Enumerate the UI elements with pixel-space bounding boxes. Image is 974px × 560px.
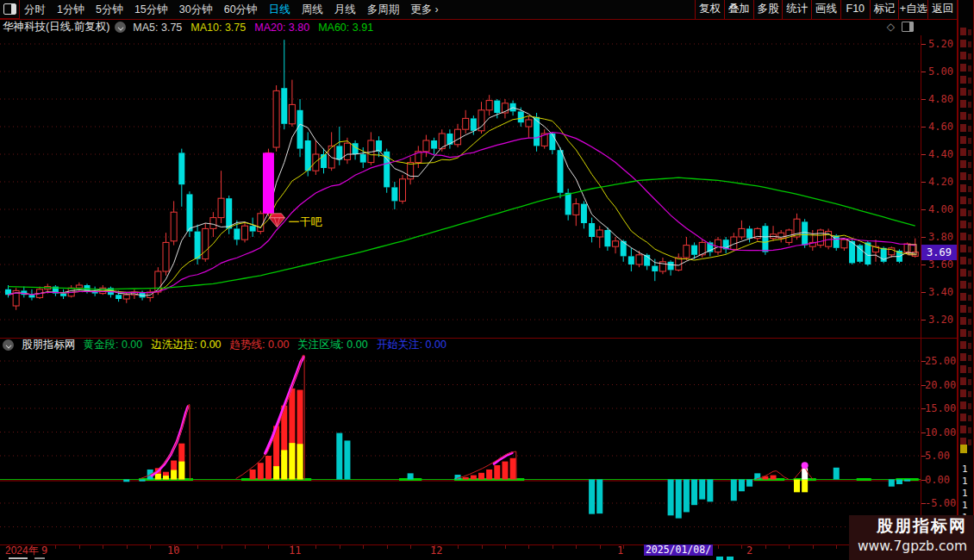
histogram-bar bbox=[668, 480, 674, 516]
toolbar-button-标记[interactable]: 标记 bbox=[870, 0, 899, 19]
clipped-histogram-bar bbox=[727, 557, 734, 560]
toolbar-button-画线[interactable]: 画线 bbox=[811, 0, 840, 19]
date-tick bbox=[340, 545, 340, 549]
diamond-icon[interactable]: ◇ bbox=[887, 21, 895, 33]
main-candlestick-chart[interactable]: 一干吧 bbox=[0, 35, 921, 338]
candle-down bbox=[195, 232, 201, 259]
candle-down bbox=[250, 226, 256, 231]
sidebar-glyph-fragment bbox=[968, 355, 971, 361]
histogram-bar bbox=[502, 462, 508, 480]
toolbar-button-F10[interactable]: F10 bbox=[840, 0, 870, 19]
histogram-bar bbox=[739, 480, 745, 492]
candle-down bbox=[565, 193, 571, 215]
histogram-bar bbox=[478, 473, 484, 480]
watermark-url: www.7gpzb.com bbox=[849, 538, 967, 555]
chevron-down-icon[interactable] bbox=[115, 22, 126, 33]
axis-tick bbox=[921, 154, 926, 155]
date-tick bbox=[718, 545, 719, 549]
tab-30分钟[interactable]: 30分钟 bbox=[179, 0, 213, 19]
toolbar-button-统计[interactable]: 统计 bbox=[782, 0, 811, 19]
toolbar-button-+自选[interactable]: +自选 bbox=[898, 0, 927, 19]
tab-月线[interactable]: 月线 bbox=[334, 0, 356, 19]
toolbar-buttons: 复权叠加多股统计画线F10标记+自选返回 bbox=[695, 0, 957, 19]
histogram-bar bbox=[746, 480, 752, 487]
sidebar-glyph-fragment bbox=[960, 196, 966, 204]
candle-up bbox=[463, 118, 469, 129]
candle-up bbox=[203, 228, 209, 258]
axis-tick bbox=[921, 237, 926, 238]
date-tick bbox=[315, 545, 316, 549]
date-tick bbox=[55, 545, 56, 549]
histogram-bar bbox=[265, 456, 272, 480]
price-axis-label: 5.00 bbox=[928, 65, 953, 78]
sidebar-glyph-fragment bbox=[968, 65, 971, 72]
sidebar-glyph-fragment bbox=[960, 100, 966, 108]
candle-up bbox=[76, 285, 82, 288]
candle-down bbox=[762, 226, 768, 252]
candle-up bbox=[218, 198, 224, 217]
sidebar-glyph-fragment bbox=[968, 222, 971, 228]
tab-1分钟[interactable]: 1分钟 bbox=[57, 0, 84, 19]
date-tick bbox=[505, 545, 506, 549]
sidebar-glyph-fragment bbox=[960, 317, 966, 325]
year-label: 2024年 bbox=[5, 545, 39, 556]
toolbar-button-复权[interactable]: 复权 bbox=[695, 0, 724, 19]
histogram-bar bbox=[802, 468, 808, 479]
date-tick bbox=[836, 545, 837, 549]
layout-toggle-button[interactable] bbox=[0, 0, 20, 19]
histogram-bar bbox=[123, 480, 129, 482]
candle-up bbox=[210, 218, 216, 229]
tdx-app-window: 分时1分钟5分钟15分钟30分钟60分钟日线周线月线多周期更多 › 复权叠加多股… bbox=[0, 0, 974, 560]
toolbar-button-返回[interactable]: 返回 bbox=[927, 0, 957, 19]
candle-up bbox=[526, 120, 532, 127]
price-axis-label: 3.20 bbox=[928, 314, 953, 326]
indicator-axis-label: 15.00 bbox=[925, 402, 956, 414]
candle-up bbox=[636, 255, 642, 264]
zero-highlight-segment bbox=[857, 478, 871, 481]
sidebar-glyph-fragment bbox=[960, 414, 966, 421]
histogram-bar bbox=[589, 480, 595, 514]
tab-更多 ›[interactable]: 更多 › bbox=[410, 0, 439, 19]
month-label: 11 bbox=[289, 545, 301, 556]
histogram-bar bbox=[834, 468, 840, 480]
candle-up bbox=[613, 241, 619, 246]
candle-down bbox=[494, 101, 500, 113]
toolbar-button-叠加[interactable]: 叠加 bbox=[724, 0, 753, 19]
tab-5分钟[interactable]: 5分钟 bbox=[96, 0, 123, 19]
sidebar-glyph-fragment bbox=[960, 124, 966, 132]
indicator-axis-label: 5.00 bbox=[925, 450, 950, 462]
candle-up bbox=[423, 140, 429, 152]
ma-legend-MA5: MA5: 3.75 bbox=[133, 22, 182, 34]
sidebar-glyph-fragment bbox=[960, 365, 966, 373]
tab-分时[interactable]: 分时 bbox=[24, 0, 46, 19]
tab-60分钟[interactable]: 60分钟 bbox=[224, 0, 258, 19]
date-tick bbox=[482, 545, 483, 549]
gem-icon bbox=[269, 214, 284, 218]
sidebar-glyph-fragment bbox=[960, 136, 966, 144]
toolbar-button-多股[interactable]: 多股 bbox=[753, 0, 783, 19]
sidebar-glyph-fragment bbox=[968, 319, 971, 325]
candle-up bbox=[400, 179, 406, 202]
candle-up bbox=[313, 154, 319, 171]
tab-多周期[interactable]: 多周期 bbox=[367, 0, 400, 19]
panel-layout-icon[interactable] bbox=[902, 22, 914, 32]
sidebar-glyph-fragment bbox=[960, 208, 966, 216]
sidebar-glyph-fragment bbox=[960, 341, 966, 349]
sidebar-glyph-fragment bbox=[968, 198, 971, 204]
tab-15分钟[interactable]: 15分钟 bbox=[134, 0, 168, 19]
sidebar-glyph-fragment bbox=[968, 403, 971, 409]
tab-日线[interactable]: 日线 bbox=[269, 0, 290, 19]
candle-down bbox=[60, 294, 66, 296]
sidebar-glyph-fragment bbox=[968, 331, 971, 337]
date-tick bbox=[150, 545, 151, 549]
tab-周线[interactable]: 周线 bbox=[302, 0, 323, 19]
axis-tick bbox=[921, 99, 926, 100]
price-axis-label: 5.20 bbox=[928, 38, 953, 50]
sidebar-number: 1 bbox=[962, 464, 968, 475]
sidebar-glyph-fragment bbox=[968, 343, 971, 349]
histogram-bar bbox=[676, 480, 682, 519]
candle-down bbox=[431, 140, 437, 149]
indicator-axis-label: -5.00 bbox=[925, 497, 956, 509]
indicator-histogram-chart[interactable] bbox=[0, 338, 921, 544]
right-sidebar-clipped[interactable]: 111111 bbox=[958, 0, 974, 560]
